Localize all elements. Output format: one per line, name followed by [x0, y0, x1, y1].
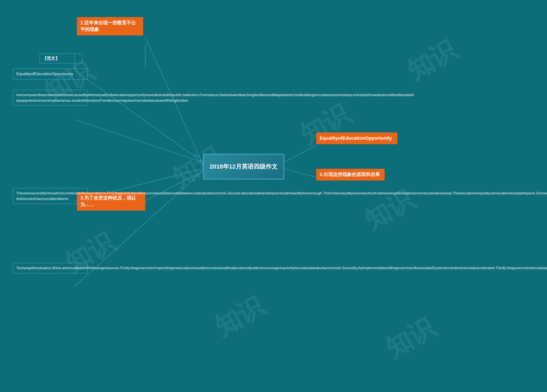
topic2-label: 2.出现这些现象的原因和后果: [320, 172, 380, 177]
svg-line-6: [284, 145, 316, 162]
title-box-left-text: EqualityofEducationOpportunity: [16, 72, 73, 76]
title-box-left: EqualityofEducationOpportunity: [13, 68, 88, 80]
svg-line-2: [75, 120, 203, 162]
para1-box: Inrecentyearstheproblemswhicharecausedby…: [13, 90, 88, 106]
para3-text: Tochangethissituation,Ithink,weshouldtak…: [16, 266, 547, 270]
fanwen-label-box: 【范文】: [40, 54, 82, 63]
fanwen-label: 【范文】: [42, 56, 60, 61]
topic3-label: 3.为了改变这种状况，我认为……: [80, 195, 136, 207]
svg-line-1: [75, 70, 203, 162]
svg-line-7: [284, 169, 316, 177]
center-node: 2018年12月英语四级作文: [203, 154, 284, 179]
para3-box: Tochangethissituation,Ithink,weshouldtak…: [13, 263, 88, 273]
topic2-box: 2.出现这些现象的原因和后果: [316, 169, 385, 181]
para2-box: Thereareseveralfactorswhichcontributetot…: [13, 188, 88, 204]
title-box-right: EqualityofEducationOpportunity: [316, 132, 397, 144]
center-node-text: 2018年12月英语四级作文: [210, 162, 277, 171]
topic1-box: 1.近年来出现一些教育不公平的现象: [77, 17, 143, 35]
topic1-label: 1.近年来出现一些教育不公平的现象: [80, 20, 136, 32]
title-box-right-text: EqualityofEducationOpportunity: [320, 135, 392, 141]
svg-line-4: [145, 171, 203, 201]
